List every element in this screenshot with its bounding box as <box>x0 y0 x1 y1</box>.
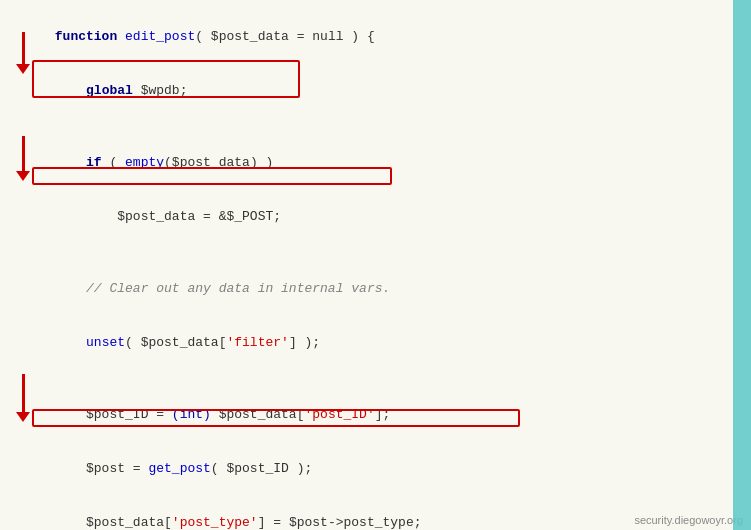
code-line: function edit_post( $post_data = null ) … <box>0 10 751 64</box>
code-line: $post = get_post( $post_ID ); <box>0 442 751 496</box>
code-container: function edit_post( $post_data = null ) … <box>0 0 751 530</box>
arrow-1 <box>12 32 34 74</box>
watermark: security.diegowoyr.org <box>634 514 743 526</box>
code-line: $post_data = &$_POST; <box>0 190 751 244</box>
teal-sidebar-strip <box>733 0 751 530</box>
code-line <box>0 370 751 388</box>
code-line <box>0 244 751 262</box>
code-line: global $wpdb; <box>0 64 751 118</box>
code-line: $post_ID = (int) $post_data['post_ID']; <box>0 388 751 442</box>
code-line: unset( $post_data['filter'] ); <box>0 316 751 370</box>
code-line: // Clear out any data in internal vars. <box>0 262 751 316</box>
arrow-2 <box>12 136 34 181</box>
arrow-3 <box>12 374 34 422</box>
code-line <box>0 118 751 136</box>
code-line: if ( empty($post_data) ) <box>0 136 751 190</box>
